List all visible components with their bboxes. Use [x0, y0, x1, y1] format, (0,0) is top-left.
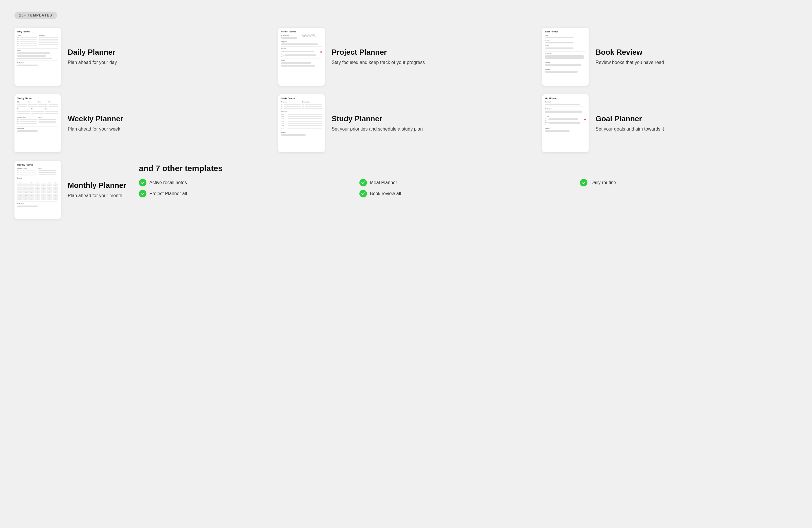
book-review-desc: Review books that you have read [596, 59, 664, 66]
weekly-planner-title: Weekly Planner [68, 114, 123, 123]
checklist-item-label: Meal Planner [370, 180, 397, 185]
bottom-row: Monthly Planner Monthly Goals Notes Even… [14, 161, 798, 219]
project-preview: Project Planner Project Title Deadline: … [278, 28, 325, 86]
weekly-planner-desc: Plan ahead for your week [68, 126, 123, 132]
goal-preview: Goal Planner My Goal Motivation Steps St… [542, 94, 589, 152]
book-preview: Book Review TitleAuthorGenre Summary Quo… [542, 28, 589, 86]
weekly-planner-info: Weekly PlannerPlan ahead for your week [68, 114, 123, 132]
project-planner-item: Project Planner Project Title Deadline: … [278, 28, 534, 86]
daily-planner-desc: Plan ahead for your day [68, 59, 117, 66]
project-planner-title: Project Planner [332, 48, 425, 57]
study-planner-info: Study PlannerSet your priorities and sch… [332, 114, 423, 132]
book-review-info: Book ReviewReview books that you have re… [596, 48, 664, 66]
check-icon [359, 190, 367, 197]
checklist-item-label: Book review alt [370, 191, 401, 196]
goal-planner-item: Goal Planner My Goal Motivation Steps St… [542, 94, 798, 152]
daily-planner-title: Daily Planner [68, 48, 117, 57]
checklist-item: Meal Planner [359, 179, 577, 186]
project-planner-desc: Stay focused and keep track of your prog… [332, 59, 425, 66]
study-preview: Study Planner Priorities Distractions Sc… [278, 94, 325, 152]
book-review-title: Book Review [596, 48, 664, 57]
book-review-item: Book Review TitleAuthorGenre Summary Quo… [542, 28, 798, 86]
weekly-preview: Weekly Planner MonTueWedThu FriSatSun We… [14, 94, 61, 152]
goal-planner-info: Goal PlannerSet your goals and aim towar… [596, 114, 664, 132]
checklist-grid: Active recall notesMeal PlannerDaily rou… [139, 179, 798, 197]
daily-planner-info: Daily PlannerPlan ahead for your day [68, 48, 117, 66]
daily-preview: Daily Planner To Do Schedule Notes Refle… [14, 28, 61, 86]
badge: 10+ TEMPLATES [14, 12, 57, 19]
project-planner-info: Project PlannerStay focused and keep tra… [332, 48, 425, 66]
check-icon [139, 190, 146, 197]
other-templates-title: and 7 other templates [139, 164, 798, 173]
checklist-item: Active recall notes [139, 179, 357, 186]
study-planner-title: Study Planner [332, 114, 423, 123]
goal-planner-title: Goal Planner [596, 114, 664, 123]
check-icon [139, 179, 146, 186]
checklist-item-label: Active recall notes [149, 180, 187, 185]
checklist-item: Book review alt [359, 190, 577, 197]
checklist-item: Daily routine [580, 179, 798, 186]
study-planner-desc: Set your priorities and schedule a study… [332, 126, 423, 132]
checklist-item: Project Planner alt [139, 190, 357, 197]
weekly-planner-item: Weekly Planner MonTueWedThu FriSatSun We… [14, 94, 270, 152]
monthly-planner-item: Monthly Planner Monthly Goals Notes Even… [14, 161, 130, 219]
other-templates-section: and 7 other templatesActive recall notes… [139, 161, 798, 197]
monthly-preview: Monthly Planner Monthly Goals Notes Even… [14, 161, 61, 219]
goal-planner-desc: Set your goals and aim towards it [596, 126, 664, 132]
check-icon [580, 179, 588, 186]
daily-planner-item: Daily Planner To Do Schedule Notes Refle… [14, 28, 270, 86]
monthly-planner-desc: Plan ahead for your month [68, 192, 126, 199]
templates-grid: Daily Planner To Do Schedule Notes Refle… [14, 28, 798, 152]
study-planner-item: Study Planner Priorities Distractions Sc… [278, 94, 534, 152]
checklist-item-label: Daily routine [590, 180, 616, 185]
monthly-planner-title: Monthly Planner [68, 181, 126, 190]
monthly-planner-info: Monthly PlannerPlan ahead for your month [68, 181, 126, 199]
checklist-item-label: Project Planner alt [149, 191, 187, 196]
check-icon [359, 179, 367, 186]
